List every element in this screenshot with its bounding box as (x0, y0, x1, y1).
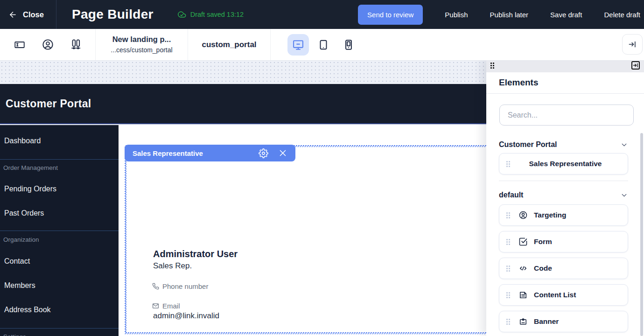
code-icon (518, 264, 528, 273)
drag-handle-icon[interactable] (506, 161, 510, 167)
selected-element-label-bar[interactable]: Sales Representative (125, 145, 295, 161)
panel-divider (486, 93, 644, 94)
element-settings-button[interactable] (257, 147, 269, 159)
sidebar-item-address-book[interactable]: Address Book (4, 306, 51, 314)
publish-button[interactable]: Publish (445, 11, 468, 19)
topbar-actions: Send to review Publish Publish later Sav… (358, 5, 644, 25)
element-card-content-list[interactable]: Content List (499, 284, 628, 306)
targeting-icon (518, 210, 528, 220)
email-icon (152, 302, 159, 309)
drag-handle-icon[interactable] (506, 212, 510, 218)
group-divider (499, 181, 628, 181)
search-input[interactable] (499, 105, 634, 126)
device-tablet-button[interactable] (313, 34, 334, 56)
desktop-icon (292, 38, 305, 51)
delete-draft-button[interactable]: Delete draft (604, 11, 640, 19)
close-button[interactable]: Close (0, 0, 56, 29)
element-card-form[interactable]: Form (499, 231, 628, 252)
elements-panel: Elements Customer Portal Sales Represent… (486, 58, 644, 336)
sidebar-divider (0, 328, 119, 329)
banner-icon (518, 317, 528, 326)
chevron-down-icon (620, 141, 628, 149)
page-name: New landing p... (112, 34, 171, 45)
panel-collapse-button[interactable] (631, 61, 640, 70)
builder-toolbar: New landing p... ...cess/custom_portal c… (0, 29, 644, 61)
drag-handle-icon[interactable] (506, 319, 510, 325)
close-button-label: Close (23, 10, 44, 19)
page-path: ...cess/custom_portal (111, 45, 172, 55)
text-block-icon[interactable] (11, 36, 28, 53)
element-card-label: Form (534, 238, 552, 246)
group-header-customer-portal[interactable]: Customer Portal (499, 140, 628, 150)
phone-icon (152, 283, 159, 290)
device-desktop-button[interactable] (287, 34, 309, 56)
device-mobile-button[interactable] (338, 34, 359, 56)
contact-email-label: Email (162, 302, 180, 310)
tab-custom-portal-label: custom_portal (202, 40, 256, 49)
sidebar-section-settings: Settings (3, 333, 26, 336)
sliders-icon[interactable] (67, 36, 84, 53)
page-selector[interactable]: New landing p... ...cess/custom_portal (96, 29, 188, 60)
preview-page-title: Customer Portal (6, 98, 91, 110)
sidebar-item-past-orders[interactable]: Past Orders (4, 209, 44, 217)
sidebar-divider (0, 159, 119, 160)
contact-phone-label: Phone number (162, 282, 208, 290)
sidebar-item-pending-orders[interactable]: Pending Orders (4, 185, 56, 193)
drag-handle-icon[interactable] (490, 63, 494, 69)
panel-title: Elements (499, 77, 538, 88)
sidebar-item-dashboard[interactable]: Dashboard (4, 137, 41, 145)
element-card-code[interactable]: Code (499, 258, 628, 279)
selected-element-label: Sales Representative (133, 149, 257, 157)
contact-phone-row: Phone number (152, 282, 208, 290)
form-icon (518, 237, 528, 246)
element-card-banner[interactable]: Banner (499, 311, 628, 332)
collapse-panel-icon (633, 63, 638, 68)
group-name: Customer Portal (499, 140, 557, 149)
group-header-default[interactable]: default (499, 190, 628, 200)
topbar-divider (56, 0, 56, 29)
element-card-label: Targeting (534, 211, 566, 219)
selection-border-left (125, 145, 126, 334)
element-card-label: Code (534, 264, 552, 273)
content-list-icon (518, 290, 528, 300)
element-card-label: Sales Representative (510, 160, 621, 168)
element-card-label: Content List (534, 291, 576, 299)
draft-status: Draft saved 13:12 (177, 10, 244, 19)
sidebar-item-members[interactable]: Members (4, 281, 35, 290)
element-remove-button[interactable] (277, 147, 289, 159)
chevron-down-icon (620, 191, 628, 199)
app-title: Page Builder (72, 7, 154, 22)
cloud-check-icon (177, 10, 186, 19)
drag-handle-icon[interactable] (506, 292, 510, 298)
contact-email-row: Email (152, 302, 180, 310)
sidebar-item-contact[interactable]: Contact (4, 257, 30, 266)
gear-icon (259, 148, 268, 158)
tablet-icon (317, 39, 329, 51)
sidebar-section-organization: Organization (3, 236, 39, 243)
tab-custom-portal[interactable]: custom_portal (188, 29, 271, 60)
topbar: Close Page Builder Draft saved 13:12 Sen… (0, 0, 644, 29)
sidebar-divider (0, 231, 119, 231)
contact-role: Sales Rep. (153, 261, 192, 271)
drag-handle-icon[interactable] (506, 239, 510, 245)
audience-icon[interactable] (39, 36, 56, 53)
selection-border-bottom (125, 332, 504, 334)
save-draft-button[interactable]: Save draft (550, 11, 582, 19)
panel-scrollbar[interactable] (640, 133, 643, 336)
element-card-sales-representative[interactable]: Sales Representative (499, 153, 628, 175)
device-switcher (271, 29, 359, 60)
close-icon (278, 148, 288, 158)
collapse-panel-button[interactable] (622, 34, 643, 55)
publish-later-button[interactable]: Publish later (490, 11, 529, 19)
drag-handle-icon[interactable] (506, 266, 510, 272)
back-icon (8, 10, 17, 19)
draft-status-label: Draft saved 13:12 (190, 11, 244, 18)
send-to-review-button[interactable]: Send to review (358, 5, 423, 25)
mobile-icon (343, 39, 355, 51)
contact-name: Administrator User (153, 249, 238, 259)
contact-email-value: admin@link.invalid (153, 311, 219, 321)
element-card-label: Banner (534, 317, 559, 326)
group-name: default (499, 191, 523, 199)
preview-sidebar: Dashboard Order Management Pending Order… (0, 125, 119, 336)
element-card-targeting[interactable]: Targeting (499, 204, 628, 226)
